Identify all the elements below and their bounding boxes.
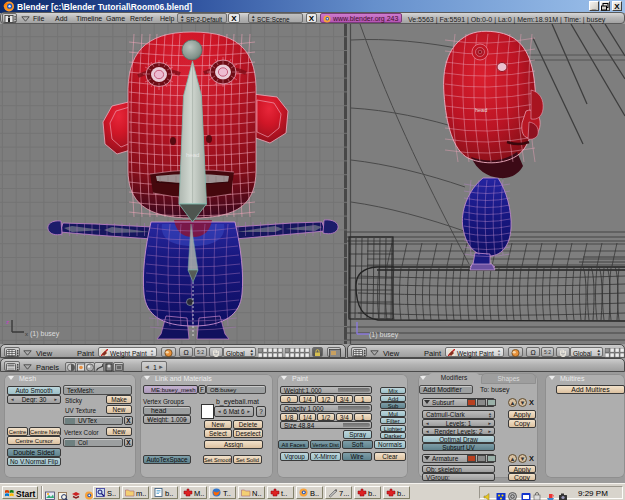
svg-text:(1) busey: (1) busey <box>369 331 399 339</box>
svg-text:head: head <box>186 152 199 158</box>
svg-text:head: head <box>475 107 487 113</box>
svg-text:x: x <box>25 331 28 337</box>
svg-text:z: z <box>6 319 9 325</box>
svg-text:(1) busey: (1) busey <box>30 330 60 338</box>
